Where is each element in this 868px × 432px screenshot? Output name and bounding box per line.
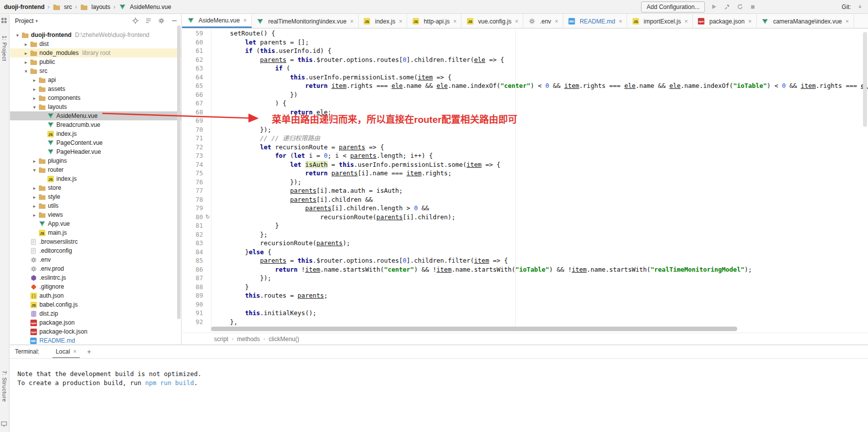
toolwindow-button-project[interactable]: 1: Project — [1, 35, 7, 61]
code-line[interactable]: 69 } — [182, 116, 868, 125]
code-line[interactable]: 75 return parents[i].name === item.right… — [182, 169, 868, 178]
editor-vertical-scrollbar[interactable] — [862, 29, 868, 315]
breadcrumb-item[interactable]: src — [52, 3, 72, 10]
tree-item[interactable]: ▸style — [10, 192, 181, 201]
line-number[interactable]: 64 — [182, 73, 211, 82]
code-line[interactable]: 66 }) — [182, 90, 868, 99]
code-editor[interactable]: 59 setRoute() {60 let parents = [];61 if… — [182, 29, 868, 332]
line-number[interactable]: 89 — [182, 291, 211, 300]
line-number[interactable]: 84 — [182, 248, 211, 257]
tree-item[interactable]: npmpackage-lock.json — [10, 327, 181, 336]
code-line[interactable]: 91 this.initialKeys(); — [182, 309, 868, 318]
recursive-call-icon[interactable]: ↻ — [206, 213, 210, 222]
tree-item[interactable]: JSmain.js — [10, 228, 181, 237]
line-number[interactable]: 77 — [182, 186, 211, 195]
code-line[interactable]: 86 return !item.name.startsWith("center"… — [182, 265, 868, 274]
tree-item[interactable]: JSindex.js — [10, 174, 181, 183]
line-number[interactable]: 68 — [182, 108, 211, 117]
line-number[interactable]: 69 — [182, 116, 211, 125]
tree-item[interactable]: .gitignore — [10, 282, 181, 291]
breadcrumb-item[interactable]: layouts — [80, 3, 110, 10]
tree-item[interactable]: {}auth.json — [10, 291, 181, 300]
code-line[interactable]: 64 this.userInfo.permissionList.some(ite… — [182, 73, 868, 82]
editor-tab[interactable]: JSindex.js× — [359, 14, 408, 28]
chevron-right-icon[interactable]: ▸ — [22, 41, 29, 47]
code-line[interactable]: 72 let recursionRoute = parents => { — [182, 143, 868, 152]
line-number[interactable]: 70 — [182, 125, 211, 134]
chevron-right-icon[interactable]: ▸ — [31, 194, 38, 200]
line-number[interactable]: 61 — [182, 46, 211, 55]
tree-item[interactable]: MDREADME.md — [10, 336, 181, 345]
collapse-all-icon[interactable] — [145, 17, 152, 24]
line-number[interactable]: 73 — [182, 151, 211, 160]
tree-item[interactable]: .editorconfig — [10, 246, 181, 255]
code-line[interactable]: 80↻ recursionRoute(parents[i].children); — [182, 213, 868, 222]
chevron-right-icon[interactable]: ▸ — [31, 77, 38, 83]
line-number[interactable]: 90 — [182, 300, 211, 309]
build-hammer-icon[interactable] — [723, 3, 731, 11]
tree-item[interactable]: .env — [10, 255, 181, 264]
git-label[interactable]: Git: — [842, 3, 851, 10]
line-number[interactable]: 67 — [182, 99, 211, 108]
code-line[interactable]: 85 parents = this.$router.options.routes… — [182, 256, 868, 265]
editor-breadcrumb-item[interactable]: script — [214, 336, 228, 343]
close-icon[interactable]: × — [243, 17, 247, 24]
code-line[interactable]: 88 } — [182, 283, 868, 292]
code-line[interactable]: 78 parents[i].children && — [182, 195, 868, 204]
line-number[interactable]: 86 — [182, 265, 211, 274]
line-number[interactable]: 63 — [182, 64, 211, 73]
code-line[interactable]: 87 }); — [182, 274, 868, 283]
code-line[interactable]: 92 }, — [182, 318, 868, 327]
line-number[interactable]: 72 — [182, 143, 211, 152]
close-icon[interactable]: × — [73, 348, 76, 355]
project-tree-scrollbar[interactable] — [177, 25, 181, 319]
hide-panel-icon[interactable] — [171, 17, 178, 24]
code-line[interactable]: 70 }); — [182, 125, 868, 134]
editor-tab[interactable]: npmpackage.json× — [693, 14, 757, 28]
tree-item[interactable]: ▸utils — [10, 201, 181, 210]
terminal-output[interactable]: Note that the development build is not o… — [10, 359, 868, 388]
tree-item[interactable]: ▸views — [10, 210, 181, 219]
code-line[interactable]: 68 return ele; — [182, 108, 868, 117]
chevron-right-icon[interactable]: ▸ — [31, 158, 38, 164]
line-number[interactable]: 66 — [182, 90, 211, 99]
tree-item[interactable]: ▾layouts — [10, 102, 181, 111]
tree-item[interactable]: .env.prod — [10, 264, 181, 273]
code-line[interactable]: 62 parents = this.$router.options.routes… — [182, 55, 868, 64]
tree-item[interactable]: PageContent.vue — [10, 138, 181, 147]
scrollbar-thumb[interactable] — [863, 32, 867, 127]
line-number[interactable]: 92 — [182, 318, 211, 327]
breadcrumb-item[interactable]: AsideMenu.vue — [118, 3, 171, 10]
settings-gear-icon[interactable] — [158, 17, 165, 24]
breadcrumb-item[interactable]: duoji-frontend — [4, 3, 44, 10]
editor-breadcrumb-item[interactable]: methods — [237, 336, 260, 343]
editor-tab[interactable]: realTimeMonitoring\index.vue× — [252, 14, 359, 28]
tree-item[interactable]: .eslintrc.js — [10, 273, 181, 282]
code-line[interactable]: 67 ) { — [182, 99, 868, 108]
chevron-right-icon[interactable]: ▸ — [31, 185, 38, 191]
code-line[interactable]: 71 // // 递归权限路由 — [182, 134, 868, 143]
editor-tab[interactable]: JSvue.config.js× — [461, 14, 523, 28]
tree-item[interactable]: dist.zip — [10, 309, 181, 318]
close-icon[interactable]: × — [684, 18, 688, 25]
line-number[interactable]: 76 — [182, 178, 211, 187]
line-number[interactable]: 87 — [182, 274, 211, 283]
code-line[interactable]: 76 }); — [182, 178, 868, 187]
editor-tab[interactable]: AsideMenu.vue× — [182, 14, 252, 28]
chevron-down-icon[interactable]: ▾ — [31, 104, 38, 110]
editor-tab[interactable]: JShttp-api.js× — [407, 14, 461, 28]
code-line[interactable]: 59 setRoute() { — [182, 29, 868, 38]
add-configuration-button[interactable]: Add Configuration... — [641, 1, 705, 12]
line-number[interactable]: 83 — [182, 239, 211, 248]
chevron-right-icon[interactable]: ▸ — [22, 50, 29, 56]
chevron-right-icon[interactable]: ▸ — [31, 203, 38, 209]
code-line[interactable]: 60 let parents = []; — [182, 38, 868, 47]
line-number[interactable]: 80↻ — [182, 213, 211, 222]
code-line[interactable]: 73 for (let i = 0; i < parents.length; i… — [182, 151, 868, 160]
tree-item[interactable]: ▸node_moduleslibrary root — [10, 48, 181, 57]
tree-item[interactable]: ▸dist — [10, 39, 181, 48]
tree-item[interactable]: ▸public — [10, 57, 181, 66]
code-line[interactable]: 63 if ( — [182, 64, 868, 73]
close-icon[interactable]: × — [555, 18, 558, 25]
tree-item[interactable]: Breadcrumb.vue — [10, 120, 181, 129]
